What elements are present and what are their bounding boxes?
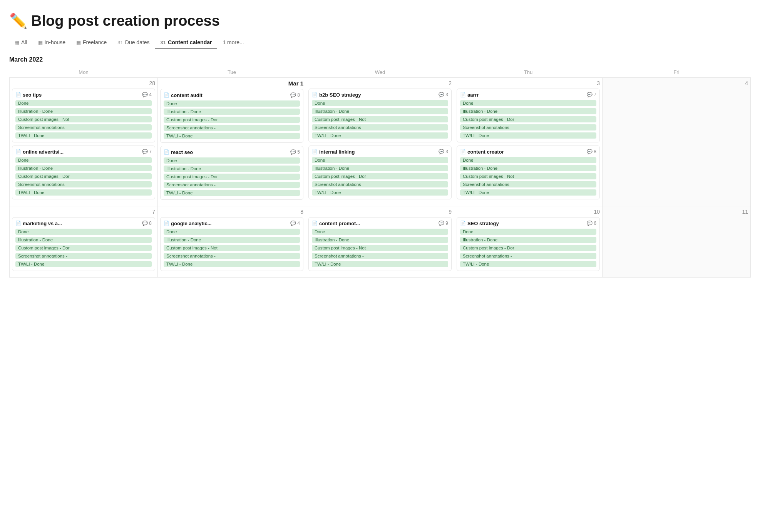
tag-w2d2-c1-t1: Done bbox=[164, 229, 300, 235]
tag-w1d2-c1-t4: Screenshot annotations - bbox=[164, 125, 300, 131]
app-container: ✏️ Blog post creation process ▦ All ▦ In… bbox=[0, 0, 760, 278]
tag-w2d3-c1-t2: Illustration - Done bbox=[312, 237, 448, 243]
tab-inhouse-icon: ▦ bbox=[38, 40, 43, 45]
tag-w2d2-c1-t4: Screenshot annotations - bbox=[164, 253, 300, 259]
tag-w2d1-c1-t2: Illustration - Done bbox=[15, 237, 152, 243]
tag-w1d4-c2-t2: Illustration - Done bbox=[460, 165, 596, 171]
day-number-w2d2: 8 bbox=[160, 209, 303, 215]
comment-icon: 💬 bbox=[439, 221, 444, 226]
card-comments-w1d4-c1: 💬7 bbox=[587, 92, 596, 97]
card-tags-w2d1-c1: DoneIllustration - DoneCustom post image… bbox=[15, 229, 152, 268]
comment-icon: 💬 bbox=[439, 92, 444, 97]
card-w1d2-c1[interactable]: 📄content audit💬8DoneIllustration - DoneC… bbox=[160, 89, 303, 143]
card-tags-w1d4-c2: DoneIllustration - DoneCustom post image… bbox=[460, 157, 596, 197]
tag-w1d2-c1-t2: Illustration - Done bbox=[164, 109, 300, 115]
tag-w2d2-c1-t3: Custom post images - Not bbox=[164, 245, 300, 251]
tab-content-calendar[interactable]: 31 Content calendar bbox=[155, 36, 218, 49]
tag-w1d3-c2-t4: Screenshot annotations - bbox=[312, 181, 448, 187]
card-comments-w2d4-c1: 💬6 bbox=[587, 221, 596, 226]
card-w1d3-c1[interactable]: 📄b2b SEO strategy💬3DoneIllustration - Do… bbox=[308, 89, 452, 142]
card-w1d3-c2[interactable]: 📄internal linking💬3DoneIllustration - Do… bbox=[308, 146, 452, 199]
tag-w1d2-c2-t3: Custom post images - Dor bbox=[164, 174, 300, 180]
doc-icon: 📄 bbox=[15, 92, 21, 97]
tag-w2d1-c1-t4: Screenshot annotations - bbox=[15, 253, 152, 259]
tab-freelance[interactable]: ▦ Freelance bbox=[71, 36, 112, 49]
col-header-thu: Thu bbox=[454, 67, 603, 78]
col-header-wed: Wed bbox=[306, 67, 454, 78]
tag-w1d4-c1-t5: TW/LI - Done bbox=[460, 132, 596, 139]
tag-w2d1-c1-t3: Custom post images - Dor bbox=[15, 245, 152, 251]
card-w1d4-c2[interactable]: 📄content creator💬8DoneIllustration - Don… bbox=[457, 146, 600, 199]
card-w2d2-c1[interactable]: 📄google analytic...💬4DoneIllustration - … bbox=[160, 217, 303, 271]
cell-week1-day3: 2📄b2b SEO strategy💬3DoneIllustration - D… bbox=[306, 77, 454, 206]
card-tags-w1d4-c1: DoneIllustration - DoneCustom post image… bbox=[460, 100, 596, 140]
card-w1d4-c1[interactable]: 📄aarrr💬7DoneIllustration - DoneCustom po… bbox=[457, 89, 600, 142]
cell-week1-day1: 28📄seo tips💬4DoneIllustration - DoneCust… bbox=[10, 77, 158, 206]
cell-week2-day3: 9📄content promot...💬9DoneIllustration - … bbox=[306, 206, 454, 277]
card-tags-w1d3-c1: DoneIllustration - DoneCustom post image… bbox=[312, 100, 448, 140]
more-tabs-link[interactable]: 1 more... bbox=[217, 36, 249, 49]
card-w2d4-c1[interactable]: 📄SEO strategy💬6DoneIllustration - DoneCu… bbox=[457, 217, 600, 271]
card-w1d1-c1[interactable]: 📄seo tips💬4DoneIllustration - DoneCustom… bbox=[12, 89, 155, 142]
tag-w2d3-c1-t4: Screenshot annotations - bbox=[312, 253, 448, 259]
tag-w1d2-c2-t4: Screenshot annotations - bbox=[164, 182, 300, 188]
tag-w1d2-c2-t1: Done bbox=[164, 157, 300, 164]
doc-icon: 📄 bbox=[312, 92, 318, 97]
tab-inhouse[interactable]: ▦ In-house bbox=[33, 36, 71, 49]
card-w1d2-c2[interactable]: 📄react seo💬5DoneIllustration - DoneCusto… bbox=[160, 146, 303, 200]
comment-icon: 💬 bbox=[142, 221, 148, 226]
card-comments-w1d3-c2: 💬3 bbox=[439, 149, 448, 154]
doc-icon: 📄 bbox=[312, 149, 318, 154]
doc-icon: 📄 bbox=[164, 92, 169, 98]
tab-all[interactable]: ▦ All bbox=[9, 36, 33, 49]
doc-icon: 📄 bbox=[15, 149, 21, 154]
card-title-w1d2-c2: 📄react seo bbox=[164, 149, 193, 155]
card-comments-w2d3-c1: 💬9 bbox=[439, 221, 448, 226]
tag-w2d4-c1-t3: Custom post images - Dor bbox=[460, 245, 596, 251]
tag-w1d4-c1-t4: Screenshot annotations - bbox=[460, 124, 596, 130]
tag-w1d3-c1-t3: Custom post images - Not bbox=[312, 116, 448, 122]
doc-icon: 📄 bbox=[460, 221, 466, 226]
tab-freelance-icon: ▦ bbox=[76, 40, 81, 45]
day-number-w2d1: 7 bbox=[12, 209, 155, 215]
tag-w1d2-c1-t5: TW/LI - Done bbox=[164, 133, 300, 139]
cell-week1-day2: Mar 1📄content audit💬8DoneIllustration - … bbox=[158, 77, 306, 206]
tag-w1d1-c1-t5: TW/LI - Done bbox=[15, 132, 152, 139]
card-w2d3-c1[interactable]: 📄content promot...💬9DoneIllustration - D… bbox=[308, 217, 452, 271]
day-number-w1d3: 2 bbox=[308, 80, 452, 86]
card-comments-w1d2-c1: 💬8 bbox=[290, 92, 300, 98]
tab-duedates-label: Due dates bbox=[125, 39, 150, 45]
title-icon: ✏️ bbox=[9, 12, 27, 29]
tag-w1d4-c1-t2: Illustration - Done bbox=[460, 108, 596, 114]
tag-w1d1-c1-t2: Illustration - Done bbox=[15, 108, 152, 114]
card-comments-w2d1-c1: 💬8 bbox=[142, 221, 152, 226]
tab-duedates-icon: 31 bbox=[117, 40, 123, 45]
tag-w2d2-c1-t2: Illustration - Done bbox=[164, 237, 300, 243]
day-number-w1d4: 3 bbox=[457, 80, 600, 86]
comment-icon: 💬 bbox=[439, 149, 444, 154]
tag-w1d1-c1-t3: Custom post images - Not bbox=[15, 116, 152, 122]
card-w2d1-c1[interactable]: 📄marketing vs a...💬8DoneIllustration - D… bbox=[12, 217, 155, 271]
card-comments-w2d2-c1: 💬4 bbox=[290, 221, 300, 226]
tag-w2d2-c1-t5: TW/LI - Done bbox=[164, 261, 300, 267]
card-comments-w1d1-c1: 💬4 bbox=[142, 92, 152, 97]
tag-w1d3-c2-t2: Illustration - Done bbox=[312, 165, 448, 171]
doc-icon: 📄 bbox=[15, 221, 21, 226]
tab-all-label: All bbox=[21, 39, 27, 45]
card-tags-w1d2-c1: DoneIllustration - DoneCustom post image… bbox=[164, 100, 300, 140]
card-w1d1-c2[interactable]: 📄online advertisi...💬7DoneIllustration -… bbox=[12, 146, 155, 199]
card-tags-w2d3-c1: DoneIllustration - DoneCustom post image… bbox=[312, 229, 448, 268]
tab-due-dates[interactable]: 31 Due dates bbox=[112, 36, 155, 49]
day-number-w2d5: 11 bbox=[605, 209, 748, 215]
doc-icon: 📄 bbox=[164, 149, 169, 155]
comment-icon: 💬 bbox=[142, 149, 148, 154]
day-number-w1d1: 28 bbox=[12, 80, 155, 86]
card-tags-w1d1-c1: DoneIllustration - DoneCustom post image… bbox=[15, 100, 152, 140]
tag-w1d3-c1-t2: Illustration - Done bbox=[312, 108, 448, 114]
card-title-w1d4-c2: 📄content creator bbox=[460, 149, 504, 155]
col-header-mon: Mon bbox=[10, 67, 158, 78]
card-tags-w1d3-c2: DoneIllustration - DoneCustom post image… bbox=[312, 157, 448, 197]
cell-week2-day2: 8📄google analytic...💬4DoneIllustration -… bbox=[158, 206, 306, 277]
card-tags-w2d2-c1: DoneIllustration - DoneCustom post image… bbox=[164, 229, 300, 268]
tag-w1d4-c1-t1: Done bbox=[460, 100, 596, 106]
